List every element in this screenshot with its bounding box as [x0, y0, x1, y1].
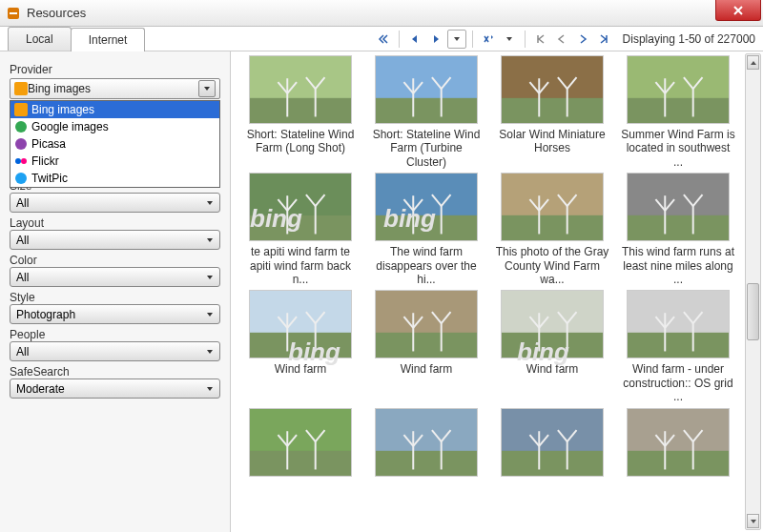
- svg-rect-100: [502, 333, 603, 358]
- app-icon: [6, 6, 21, 21]
- thumbnail[interactable]: [501, 408, 604, 477]
- result-item[interactable]: [242, 408, 359, 507]
- result-caption: Wind farm: [526, 362, 579, 389]
- thumbnail[interactable]: [501, 55, 604, 124]
- titlebar: Resources: [0, 0, 763, 27]
- nav-shuffle-icon[interactable]: [479, 30, 498, 49]
- style-combo[interactable]: Photograph: [10, 304, 220, 324]
- result-item[interactable]: Wind farm: [242, 290, 359, 403]
- svg-rect-99: [502, 291, 603, 333]
- svg-rect-90: [376, 291, 477, 333]
- result-item[interactable]: The wind farm disappears over the hi...: [368, 173, 485, 286]
- layout-combo[interactable]: All: [10, 230, 220, 250]
- provider-option-bing[interactable]: Bing images: [10, 101, 219, 118]
- style-label: Style: [10, 291, 220, 304]
- tab-local[interactable]: Local: [8, 27, 72, 51]
- provider-option-twitpic[interactable]: TwitPic: [10, 170, 219, 187]
- thumbnail[interactable]: [627, 173, 730, 241]
- thumbnail[interactable]: [249, 173, 352, 241]
- provider-option-picasa[interactable]: Picasa: [10, 135, 219, 153]
- result-item[interactable]: [620, 408, 736, 507]
- size-combo[interactable]: All: [10, 193, 220, 213]
- svg-rect-37: [628, 98, 729, 124]
- people-label: People: [10, 328, 220, 341]
- vertical-scrollbar[interactable]: [745, 53, 761, 530]
- thumbnail[interactable]: [501, 290, 604, 358]
- result-item[interactable]: Short: Stateline Wind Farm (Turbine Clus…: [368, 55, 485, 169]
- result-item[interactable]: Wind farm - under construction:: OS grid…: [620, 290, 736, 403]
- thumbnail[interactable]: [249, 55, 352, 124]
- result-caption: te apiti wind farm te apiti wind farm ba…: [243, 245, 358, 286]
- svg-rect-36: [628, 56, 729, 98]
- svg-point-8: [15, 173, 27, 184]
- sidebar: Provider Bing images Bing images Google …: [0, 51, 231, 532]
- svg-rect-10: [250, 98, 351, 124]
- nav-controls: Displaying 1-50 of 227000: [374, 27, 763, 51]
- svg-rect-28: [502, 98, 603, 124]
- tabs: Local Internet: [8, 27, 144, 51]
- result-item[interactable]: [494, 408, 610, 507]
- page-last-icon[interactable]: [594, 30, 613, 49]
- svg-rect-3: [14, 103, 28, 116]
- scroll-down-icon[interactable]: [747, 514, 759, 528]
- toolbar: Local Internet Displaying 1-50 of 227000: [0, 27, 763, 51]
- thumbnail[interactable]: [249, 290, 352, 358]
- safesearch-combo[interactable]: Moderate: [10, 379, 220, 399]
- thumbnail[interactable]: [627, 408, 730, 477]
- result-item[interactable]: Wind farm: [368, 290, 485, 403]
- svg-rect-64: [502, 215, 603, 241]
- thumbnail[interactable]: [375, 408, 478, 477]
- nav-dropdown2-icon[interactable]: [500, 30, 519, 49]
- thumbnail[interactable]: [375, 173, 478, 241]
- nav-back-icon[interactable]: [405, 30, 424, 49]
- scroll-up-icon[interactable]: [747, 55, 759, 70]
- page-next-icon[interactable]: [573, 30, 592, 49]
- thumbnail[interactable]: [501, 173, 604, 241]
- thumbnail[interactable]: [249, 408, 352, 477]
- result-item[interactable]: Summer Wind Farm is located in southwest…: [620, 55, 736, 169]
- svg-point-7: [21, 158, 27, 164]
- svg-rect-117: [250, 408, 351, 450]
- page-prev-icon[interactable]: [552, 30, 571, 49]
- color-combo[interactable]: All: [10, 267, 220, 287]
- options-group: Options Size All Layout All Color All St…: [10, 162, 220, 399]
- result-caption: Solar Wind Miniature Horses: [495, 128, 609, 155]
- results-area: bing bing bing bing Short: Stateline Win…: [231, 51, 763, 532]
- option-label: Bing images: [31, 103, 94, 116]
- thumbnail[interactable]: [627, 290, 730, 358]
- tab-internet[interactable]: Internet: [71, 28, 146, 51]
- results-grid: Short: Stateline Wind Farm (Long Shot)Sh…: [231, 51, 763, 511]
- provider-option-google[interactable]: Google images: [10, 118, 219, 135]
- result-item[interactable]: Solar Wind Miniature Horses: [494, 55, 610, 169]
- thumbnail[interactable]: [627, 55, 730, 124]
- svg-rect-55: [376, 215, 477, 241]
- close-button[interactable]: [715, 0, 761, 21]
- nav-forward-icon[interactable]: [426, 30, 445, 49]
- main: Provider Bing images Bing images Google …: [0, 51, 763, 532]
- thumbnail[interactable]: [375, 55, 478, 124]
- svg-rect-45: [250, 174, 351, 215]
- result-item[interactable]: This wind farm runs at least nine miles …: [620, 173, 736, 286]
- nav-dropdown-icon[interactable]: [447, 30, 466, 49]
- provider-label: Provider: [10, 63, 220, 76]
- thumbnail[interactable]: [375, 290, 478, 358]
- provider-combo[interactable]: Bing images Bing images Google images Pi…: [10, 78, 220, 99]
- result-item[interactable]: Wind farm: [494, 290, 610, 403]
- scroll-thumb[interactable]: [747, 283, 759, 340]
- provider-option-flickr[interactable]: Flickr: [10, 153, 219, 170]
- provider-value: Bing images: [28, 82, 198, 95]
- page-first-icon[interactable]: [531, 30, 550, 49]
- result-item[interactable]: This photo of the Gray County Wind Farm …: [494, 173, 610, 286]
- svg-rect-118: [250, 450, 351, 476]
- nav-first-icon[interactable]: [374, 30, 393, 49]
- svg-rect-109: [628, 333, 729, 358]
- result-caption: Short: Stateline Wind Farm (Turbine Clus…: [369, 128, 484, 169]
- people-combo[interactable]: All: [10, 341, 220, 361]
- provider-dropdown: Bing images Google images Picasa Flickr …: [10, 100, 220, 188]
- result-caption: Wind farm - under construction:: OS grid…: [621, 362, 735, 403]
- result-item[interactable]: [368, 408, 485, 507]
- svg-rect-27: [502, 56, 603, 98]
- result-item[interactable]: te apiti wind farm te apiti wind farm ba…: [242, 173, 359, 286]
- result-item[interactable]: Short: Stateline Wind Farm (Long Shot): [242, 55, 359, 169]
- result-caption: Summer Wind Farm is located in southwest…: [621, 128, 735, 169]
